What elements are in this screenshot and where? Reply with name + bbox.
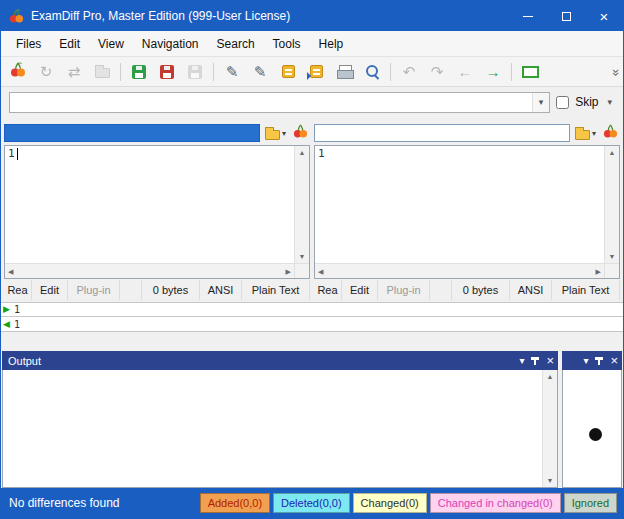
left-editor-hscrollbar[interactable]: ◀ ▶ <box>5 263 294 278</box>
right-file-path-input[interactable] <box>314 124 570 142</box>
refresh-icon: ↻ <box>40 64 53 79</box>
save-first-file-button[interactable] <box>126 60 152 84</box>
maximize-icon <box>562 12 571 21</box>
skip-checkbox[interactable] <box>556 96 569 109</box>
maximize-button[interactable] <box>547 1 585 31</box>
panel-pin-icon[interactable] <box>594 356 604 366</box>
back-button[interactable]: ← <box>452 60 478 84</box>
status-format[interactable]: Plain Text <box>242 280 310 300</box>
diff-line-second[interactable]: ◀ 1 <box>1 317 623 332</box>
scroll-left-icon[interactable]: ◀ <box>315 265 326 278</box>
swap-panes-button[interactable]: ⇄ <box>61 60 87 84</box>
title-bar: ExamDiff Pro, Master Edition (999-User L… <box>1 1 623 31</box>
minimize-button[interactable] <box>509 1 547 31</box>
comment-list-button[interactable] <box>303 60 329 84</box>
menu-help[interactable]: Help <box>310 33 353 55</box>
save-all-button[interactable] <box>182 60 208 84</box>
right-compare-button[interactable] <box>601 123 620 143</box>
left-editor-body[interactable]: 1 <box>5 146 294 263</box>
menu-edit[interactable]: Edit <box>50 33 89 55</box>
menu-files[interactable]: Files <box>7 33 50 55</box>
status-format[interactable]: Plain Text <box>552 280 620 300</box>
save-icon <box>160 65 174 79</box>
horizontal-splitter[interactable] <box>1 332 623 351</box>
left-pane-statusbar: Rea Edit Plug-in 0 bytes ANSI Plain Text <box>4 280 310 300</box>
line-number: 1 <box>8 147 15 160</box>
scroll-up-icon[interactable]: ▲ <box>296 146 309 159</box>
left-editor-vscrollbar[interactable]: ▲ ▼ <box>294 146 309 263</box>
close-button[interactable]: × <box>585 1 623 31</box>
redo-icon: ↷ <box>431 64 444 79</box>
toolbar-overflow-button[interactable]: » <box>614 64 619 79</box>
scroll-up-icon[interactable]: ▲ <box>544 370 557 383</box>
browse-dropdown-icon: ▾ <box>592 129 596 138</box>
recompare-button[interactable]: ↻ <box>33 60 59 84</box>
status-plugin[interactable]: Plug-in <box>378 280 430 300</box>
status-plugin[interactable]: Plug-in <box>68 280 120 300</box>
skip-options-chevron-icon[interactable]: ▾ <box>604 97 615 107</box>
app-window: ExamDiff Pro, Master Edition (999-User L… <box>0 0 624 519</box>
scroll-down-icon[interactable]: ▼ <box>606 250 619 263</box>
right-editor-hscrollbar[interactable]: ◀ ▶ <box>315 263 604 278</box>
edit-first-file-button[interactable]: ✎ <box>219 60 245 84</box>
panel-menu-chevron-icon[interactable]: ▾ <box>583 356 588 366</box>
folder-icon <box>95 68 110 78</box>
left-editor[interactable]: 1 ▲ ▼ ◀ ▶ <box>4 145 310 279</box>
panel-pin-icon[interactable] <box>530 356 540 366</box>
left-file-path-input[interactable] <box>4 124 260 142</box>
output-content <box>3 370 542 487</box>
scroll-right-icon[interactable]: ▶ <box>283 265 294 278</box>
open-files-button[interactable] <box>89 60 115 84</box>
badge-changed-in-changed: Changed in changed(0) <box>430 493 561 513</box>
status-size: 0 bytes <box>142 280 200 300</box>
right-editor[interactable]: 1 ▲ ▼ ◀ ▶ <box>314 145 620 279</box>
menu-tools[interactable]: Tools <box>264 33 310 55</box>
menu-view[interactable]: View <box>89 33 133 55</box>
left-compare-button[interactable] <box>291 123 310 143</box>
pencil-icon: ✎ <box>254 64 267 79</box>
green-arrow-right-icon: ▶ <box>3 305 10 314</box>
status-edit[interactable]: Edit <box>342 280 378 300</box>
back-arrow-icon: ← <box>458 64 473 79</box>
menu-navigation[interactable]: Navigation <box>133 33 208 55</box>
scroll-up-icon[interactable]: ▲ <box>606 146 619 159</box>
side-panel: ▾ × <box>562 351 622 488</box>
right-editor-vscrollbar[interactable]: ▲ ▼ <box>604 146 619 263</box>
save-icon <box>188 65 202 79</box>
find-button[interactable] <box>359 60 385 84</box>
compare-combo[interactable]: ▾ <box>9 92 550 113</box>
forward-button[interactable]: → <box>480 60 506 84</box>
compare-button[interactable] <box>5 60 31 84</box>
show-options-button[interactable] <box>517 60 543 84</box>
diff-line-number: 1 <box>14 319 20 330</box>
scroll-down-icon[interactable]: ▼ <box>296 250 309 263</box>
right-editor-body[interactable]: 1 <box>315 146 604 263</box>
scroll-right-icon[interactable]: ▶ <box>593 265 604 278</box>
output-vscrollbar[interactable]: ▲ ▼ <box>542 370 557 487</box>
overflow-chevrons-icon: » <box>609 69 624 74</box>
status-edit[interactable]: Edit <box>32 280 68 300</box>
diff-line-first[interactable]: ▶ 1 <box>1 302 623 317</box>
badge-added: Added(0,0) <box>200 493 270 513</box>
left-browse-button[interactable]: ▾ <box>263 123 288 143</box>
panel-menu-chevron-icon[interactable]: ▾ <box>519 356 524 366</box>
panel-close-icon[interactable]: × <box>546 354 554 367</box>
bottom-panels: Output ▾ × ▲ ▼ ▾ × <box>1 351 623 488</box>
print-button[interactable] <box>331 60 357 84</box>
scroll-left-icon[interactable]: ◀ <box>5 265 16 278</box>
panel-close-icon[interactable]: × <box>610 354 618 367</box>
app-cherries-icon <box>9 9 24 24</box>
undo-button[interactable]: ↶ <box>396 60 422 84</box>
combo-dropdown-icon[interactable]: ▾ <box>532 93 549 112</box>
save-icon <box>132 65 146 79</box>
save-second-file-button[interactable] <box>154 60 180 84</box>
redo-button[interactable]: ↷ <box>424 60 450 84</box>
status-encoding[interactable]: ANSI <box>510 280 552 300</box>
right-browse-button[interactable]: ▾ <box>573 123 598 143</box>
edit-second-file-button[interactable]: ✎ <box>247 60 273 84</box>
menu-search[interactable]: Search <box>208 33 264 55</box>
add-comment-button[interactable] <box>275 60 301 84</box>
status-encoding[interactable]: ANSI <box>200 280 242 300</box>
output-panel-title: Output <box>8 355 41 367</box>
scroll-down-icon[interactable]: ▼ <box>544 474 557 487</box>
